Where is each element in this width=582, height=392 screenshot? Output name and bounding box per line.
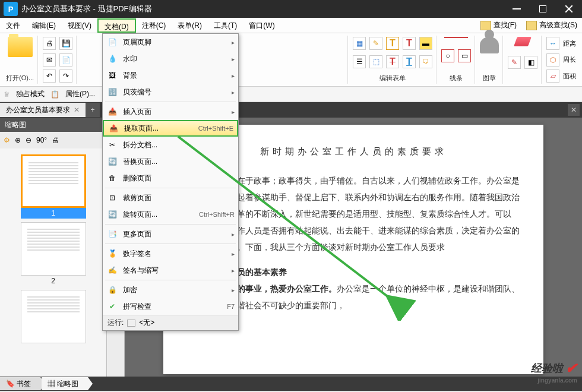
tab-title: 办公室文员基本要求 <box>6 103 70 117</box>
thumbnail-tab[interactable]: ▦ 缩略图 <box>42 377 87 390</box>
properties-button[interactable]: 属性(P)... <box>65 89 95 99</box>
menu-form[interactable]: 表单(R) <box>172 18 208 33</box>
thumbnail-2[interactable]: 2 <box>21 222 86 286</box>
shape-icon-2[interactable]: ▭ <box>458 49 471 62</box>
menu-insert-page[interactable]: 📥插入页面▸ <box>103 103 238 120</box>
doc-icon[interactable]: 📄 <box>59 53 72 67</box>
menu-more[interactable]: 📑更多页面▸ <box>103 226 238 242</box>
menu-encrypt[interactable]: 🔒加密▸ <box>103 282 238 298</box>
minimize-button[interactable] <box>504 0 530 18</box>
note-icon[interactable]: 🗨 <box>419 55 432 68</box>
underline-icon[interactable]: T <box>403 55 416 68</box>
menu-sign-abbr[interactable]: ✍签名与缩写▸ <box>103 262 238 279</box>
redo-icon[interactable]: ↷ <box>59 69 72 83</box>
add-tab-button[interactable]: + <box>86 103 100 117</box>
menu-comment[interactable]: 注释(C) <box>136 18 172 33</box>
highlight-icon[interactable]: ▬ <box>419 37 432 50</box>
form-icon-2[interactable]: ✎ <box>369 37 382 50</box>
perimeter-icon[interactable]: ⬡ <box>546 53 559 67</box>
stamp-icon[interactable] <box>480 37 499 53</box>
distance-icon[interactable]: ↔ <box>546 37 559 50</box>
thumbnail-1[interactable]: 1 <box>21 154 86 219</box>
document-tab[interactable]: 办公室文员基本要求 ✕ <box>0 103 86 117</box>
more-icon: 📑 <box>106 228 118 240</box>
title-bar: P 办公室文员基本要求 - 迅捷PDF编辑器 <box>0 0 582 18</box>
menu-replace[interactable]: 🔄替换页面... <box>103 153 238 170</box>
area-icon[interactable]: ▱ <box>546 69 559 83</box>
undo-icon[interactable]: ↶ <box>43 69 56 83</box>
menu-watermark[interactable]: 💧水印▸ <box>103 50 238 67</box>
find-button[interactable]: 查找(F) <box>476 20 521 30</box>
tab-close-panel[interactable]: ✕ <box>568 104 580 116</box>
menu-view[interactable]: 视图(V) <box>62 18 97 33</box>
split-icon: ✂ <box>106 139 118 151</box>
thumbnail-3[interactable] <box>21 290 86 343</box>
maximize-button[interactable] <box>530 0 556 18</box>
svg-rect-0 <box>513 8 521 10</box>
eraser-icon-2[interactable]: ◧ <box>524 56 537 69</box>
stamp-label: 图章 <box>483 74 496 83</box>
line-icon[interactable] <box>444 37 468 38</box>
menu-bar: 文件 编辑(E) 视图(V) 文档(D) 注释(C) 表单(R) 工具(T) 窗… <box>0 18 582 33</box>
menu-bates[interactable]: 🔢贝茨编号▸ <box>103 84 238 100</box>
menu-file[interactable]: 文件 <box>0 18 26 33</box>
watermark-text: 经验啦 <box>531 361 563 375</box>
menu-spell[interactable]: ✔拼写检查F7 <box>103 298 238 315</box>
print-icon[interactable]: 🖨 <box>43 37 56 50</box>
menu-background[interactable]: 🖼背景▸ <box>103 67 238 84</box>
sidebar-zoom-in-icon[interactable]: ⊕ <box>15 136 21 144</box>
open-label: 打开(O)... <box>6 74 34 83</box>
watermark-url: jingyanla.com <box>537 377 577 384</box>
rotate-icon: 🔄 <box>106 208 118 220</box>
bookmark-tab[interactable]: 🔖 书签 <box>0 377 40 390</box>
spell-icon: ✔ <box>106 301 118 312</box>
sidebar-print-icon[interactable]: 🖨 <box>52 136 59 144</box>
measure-group: ↔距离 ⬡周长 ▱面积 <box>543 36 580 84</box>
bookmark-icon: 🔖 <box>6 380 15 388</box>
open-folder-icon[interactable] <box>8 37 33 57</box>
menu-sign[interactable]: 🏅数字签名▸ <box>103 245 238 262</box>
tab-close-icon[interactable]: ✕ <box>74 103 80 117</box>
shape-icon-1[interactable]: ○ <box>441 49 454 62</box>
sidebar-gear-icon[interactable]: ⚙ <box>4 136 10 144</box>
menu-header-footer[interactable]: 📄页眉页脚▸ <box>103 34 238 50</box>
menu-extract-page[interactable]: 📤提取页面...Ctrl+Shift+E <box>103 120 238 137</box>
perimeter-label: 周长 <box>563 55 576 64</box>
sidebar-rotate[interactable]: 90° <box>36 136 47 144</box>
text-icon-2[interactable]: T <box>403 37 416 50</box>
sign-abbr-icon: ✍ <box>106 264 118 276</box>
form-icon-4[interactable]: ⬚ <box>369 55 382 68</box>
menu-edit[interactable]: 编辑(E) <box>26 18 62 33</box>
document-tabs: 办公室文员基本要求 ✕ + ✕ <box>0 102 582 118</box>
eraser-group: ✎◧ <box>504 36 542 84</box>
run-box-icon <box>127 320 135 327</box>
menu-delete[interactable]: 🗑删除页面 <box>103 170 238 186</box>
menu-rotate[interactable]: 🔄旋转页面...Ctrl+Shift+R <box>103 206 238 223</box>
sidebar-zoom-out-icon[interactable]: ⊖ <box>26 136 31 144</box>
menu-split[interactable]: ✂拆分文档... <box>103 137 238 153</box>
menu-document[interactable]: 文档(D) <box>97 18 136 33</box>
form-icon-3[interactable]: ☰ <box>353 55 366 68</box>
close-button[interactable] <box>556 0 582 18</box>
delete-icon: 🗑 <box>106 172 118 184</box>
thumbnail-list: 1 2 <box>0 148 106 377</box>
text-icon[interactable]: T <box>386 37 399 50</box>
replace-icon: 🔄 <box>106 156 118 167</box>
adv-find-button[interactable]: 高级查找(S) <box>521 20 582 30</box>
menu-crop[interactable]: ⊡裁剪页面 <box>103 189 238 206</box>
save-icon[interactable]: 💾 <box>59 37 72 50</box>
strike-icon[interactable]: T <box>386 55 399 68</box>
document-menu-dropdown: 📄页眉页脚▸ 💧水印▸ 🖼背景▸ 🔢贝茨编号▸ 📥插入页面▸ 📤提取页面...C… <box>102 33 239 331</box>
stamp-group: 图章 <box>476 36 503 84</box>
print-group: 🖨💾 ✉📄 ↶↷ <box>39 36 77 84</box>
exclusive-mode[interactable]: 独占模式 <box>16 89 45 99</box>
menu-tool[interactable]: 工具(T) <box>208 18 243 33</box>
form-icon-1[interactable]: ▦ <box>353 37 366 50</box>
mail-icon[interactable]: ✉ <box>43 53 56 67</box>
app-logo-icon: P <box>4 2 18 16</box>
pencil-icon[interactable]: ✎ <box>508 56 521 69</box>
menu-window[interactable]: 窗口(W) <box>243 18 280 33</box>
adv-find-icon <box>526 21 537 30</box>
ribbon-toolbar: 打开(O)... 🖨💾 ✉📄 ↶↷ ⊕ 缩小 ▦ ✎ T T ▬ ☰ ⬚ T T… <box>0 33 582 87</box>
eraser-icon[interactable] <box>514 37 532 46</box>
